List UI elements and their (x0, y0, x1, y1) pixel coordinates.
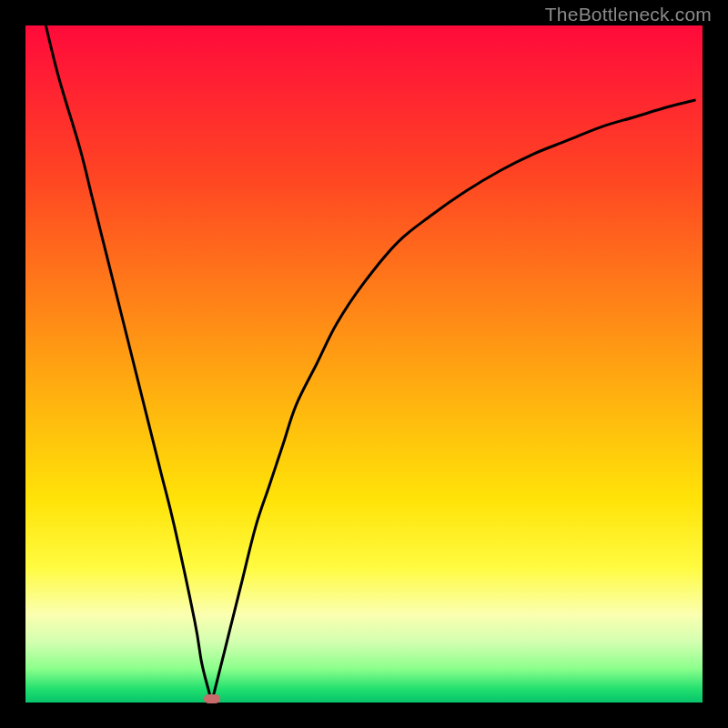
watermark-text: TheBottleneck.com (545, 4, 712, 25)
curve-svg (25, 25, 703, 703)
plot-area (25, 25, 703, 703)
min-marker (204, 694, 220, 703)
bottleneck-curve (46, 25, 695, 699)
outer-frame: TheBottleneck.com (0, 0, 728, 728)
